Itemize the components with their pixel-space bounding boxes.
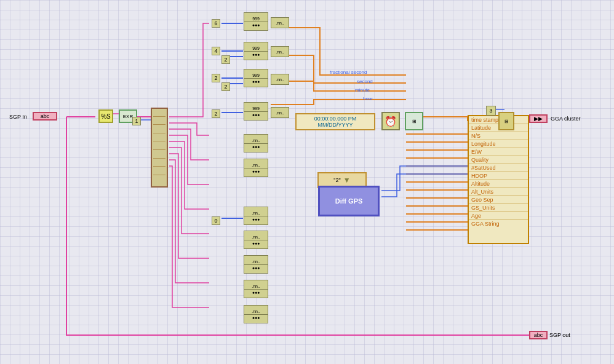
format-string-label: %S xyxy=(101,113,111,120)
parse-block-8[interactable]: .nn.. ●●● xyxy=(244,231,268,249)
sgp-out-abc: abc xyxy=(534,332,543,338)
sgp-out-text: SGP out xyxy=(549,332,570,338)
bundle-block[interactable]: ⊟ xyxy=(498,112,514,130)
gga-cluster-text: GGA cluster xyxy=(551,116,581,122)
label-second: second xyxy=(357,79,373,84)
format-string-block[interactable]: %S xyxy=(98,109,113,123)
const-2b[interactable]: 2 xyxy=(212,74,220,82)
sgp-out-terminal[interactable]: abc xyxy=(529,331,548,339)
cluster-quality: Quality xyxy=(469,156,528,164)
cluster-geo-sep: Geo Sep xyxy=(469,196,528,204)
parse-block-4[interactable]: 999 ●●● xyxy=(244,102,268,121)
scan-block-2[interactable]: ⊞ xyxy=(405,112,423,130)
scan-label: EXR xyxy=(123,114,133,119)
parse-block-7[interactable]: .nn.. ●●● xyxy=(244,207,268,225)
const-4[interactable]: 4 xyxy=(212,47,220,55)
cluster-sat-used: #SatUsed xyxy=(469,164,528,172)
timestamp-display[interactable]: 00:00:00.000 PM MM/DD/YYYY xyxy=(295,113,375,130)
sgp-in-terminal[interactable]: abc xyxy=(33,112,57,121)
cluster-alt-units: Alt_Units xyxy=(469,188,528,196)
gga-cluster-terminal[interactable]: ▶▶ xyxy=(529,114,548,123)
output-4: .nn.. xyxy=(271,107,289,118)
diff-gps-label: Diff GPS xyxy=(335,197,363,205)
const-6[interactable]: 6 xyxy=(212,19,220,28)
const-2a[interactable]: 2 xyxy=(221,55,230,64)
cluster-hdop: HDOP xyxy=(469,172,528,180)
parse-block-6[interactable]: .nn.. ●●● xyxy=(244,159,268,177)
sgp-in-text: SGP In xyxy=(9,114,27,120)
cluster-gs-units: GS_Units xyxy=(469,204,528,212)
unbundle-block[interactable] xyxy=(151,108,168,188)
const-2c[interactable]: 2 xyxy=(221,82,230,91)
parse-block-1[interactable]: 999 ●●● xyxy=(244,12,268,31)
parse-block-10[interactable]: .nn.. ●●● xyxy=(244,280,268,298)
cluster-ew: E/W xyxy=(469,148,528,156)
label-hour: hour xyxy=(363,96,373,101)
parse-block-3[interactable]: 999 ●●● xyxy=(244,69,268,87)
cluster-age: Age xyxy=(469,212,528,220)
label-minute: minute xyxy=(355,87,370,93)
output-3: .nn.. xyxy=(271,74,289,85)
cluster-ns: N/S xyxy=(469,132,528,140)
cluster-altitude: Altitude xyxy=(469,180,528,188)
parse-block-11[interactable]: .nn.. ●●● xyxy=(244,305,268,323)
const-3[interactable]: 3 xyxy=(486,106,496,116)
const-0[interactable]: 0 xyxy=(212,216,220,225)
block-diagram: abc SGP In %S EXR 1 6 999 ●●● xyxy=(0,0,614,364)
output-2: .nn.. xyxy=(271,46,289,57)
parse-block-9[interactable]: .nn.. ●●● xyxy=(244,255,268,274)
label-frac-second: fractional second xyxy=(330,69,367,75)
clock-icon: ⏰ xyxy=(385,116,397,127)
sgp-in-label: abc xyxy=(41,113,50,119)
gga-cluster-box: time stamp Latitude N/S Longitude E/W Qu… xyxy=(468,115,529,244)
cluster-longitude: Longitude xyxy=(469,140,528,148)
diff-gps-block[interactable]: Diff GPS xyxy=(318,186,380,216)
timestamp-line2: MM/DD/YYYY xyxy=(317,122,353,128)
gga-terminal-label: ▶▶ xyxy=(534,116,543,122)
const-1[interactable]: 1 xyxy=(132,117,141,125)
parse-block-5[interactable]: .nn.. ●●● xyxy=(244,134,268,152)
cluster-gga-string: GGA String xyxy=(469,220,528,228)
parse-block-2[interactable]: 999 ●●● xyxy=(244,42,268,60)
time-func-block[interactable]: ⏰ xyxy=(381,112,400,130)
enum-value: "2" xyxy=(333,177,340,183)
const-2d[interactable]: 2 xyxy=(212,109,220,118)
timestamp-line1: 00:00:00.000 PM xyxy=(314,116,357,122)
output-1: .nn.. xyxy=(271,17,289,28)
